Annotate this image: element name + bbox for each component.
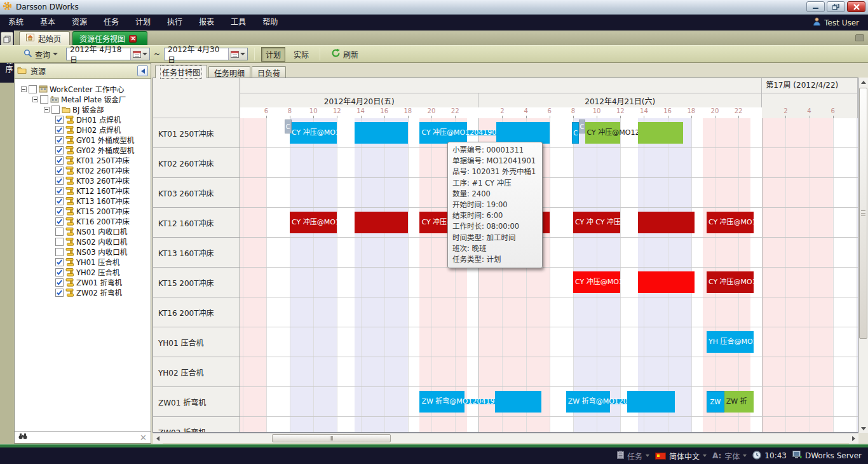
tab-close-icon[interactable] [129, 35, 137, 43]
tree-checkbox[interactable] [55, 217, 64, 226]
tree-item-GY02[interactable]: GY02 外桶成型机 [15, 145, 151, 155]
calendar-icon[interactable] [130, 48, 149, 60]
task-bar[interactable] [638, 212, 695, 233]
task-bar[interactable]: CY 冲压@MO12041901 [419, 122, 466, 144]
v-scroll-thumb[interactable] [859, 88, 867, 339]
actual-toggle-button[interactable]: 实际 [289, 47, 313, 62]
status-font-menu[interactable]: A: 字体 [712, 451, 747, 461]
status-server[interactable]: DWorks Server [792, 451, 862, 461]
task-bar[interactable]: CY 冲压@MO12041904 [290, 212, 337, 233]
tree-checkbox[interactable] [55, 197, 64, 205]
menu-item-报表[interactable]: 报表 [191, 15, 222, 31]
tree-checkbox[interactable] [55, 248, 64, 256]
plan-toggle-button[interactable]: 计划 [261, 47, 285, 62]
tree-checkbox[interactable] [55, 136, 64, 144]
task-bar[interactable]: ZW 折弯@MO12041901 [566, 391, 610, 413]
user-indicator[interactable]: Test User [813, 15, 859, 31]
gantt-tab-3[interactable]: 日负荷 [252, 66, 286, 78]
menu-item-任务[interactable]: 任务 [95, 15, 127, 31]
gantt-tab-1[interactable]: 任务甘特图 [155, 65, 207, 78]
tree-checkbox[interactable] [55, 167, 64, 175]
tree-expander-icon[interactable] [32, 97, 38, 102]
task-bar[interactable]: YH 压合@MO1 [707, 331, 754, 353]
tree-expander-icon[interactable] [44, 107, 50, 113]
tree-checkbox[interactable] [55, 126, 64, 134]
menu-item-帮助[interactable]: 帮助 [254, 15, 286, 31]
tab-start-page[interactable]: 起始页 [19, 31, 70, 45]
tree-item-KT16[interactable]: KT16 200T冲床 [15, 216, 151, 226]
tree-item-KT01[interactable]: KT01 250T冲床 [15, 155, 151, 165]
tree-checkbox[interactable] [40, 95, 48, 104]
tree-checkbox[interactable] [55, 146, 64, 154]
scroll-down-button[interactable] [858, 424, 868, 433]
tree-item-KT15[interactable]: KT15 200T冲床 [15, 206, 151, 216]
clear-search-icon[interactable]: ✕ [140, 433, 147, 442]
task-bar[interactable] [355, 212, 408, 233]
tree-item-YH01[interactable]: YH01 压合机 [15, 257, 151, 267]
task-bar[interactable]: ZW 折弯@MO12041901 [419, 391, 465, 413]
tree-item-NS03[interactable]: NS03 内收口机 [15, 247, 151, 257]
tree-expander-icon[interactable] [21, 86, 27, 92]
menu-item-系统[interactable]: 系统 [0, 15, 32, 31]
scroll-left-button[interactable] [153, 433, 163, 444]
task-bar[interactable] [496, 122, 550, 144]
tree-item-WorkCenter[interactable]: WorkCenter 工作中心 [15, 84, 151, 94]
dock-layout-icon[interactable] [855, 34, 864, 41]
tree-checkbox[interactable] [55, 116, 64, 124]
tree-item-GY01[interactable]: GY01 外桶成型机 [15, 135, 151, 145]
tree-checkbox[interactable] [55, 207, 64, 215]
h-scroll-thumb[interactable] [272, 434, 391, 442]
tree-item-NS02[interactable]: NS02 内收口机 [15, 236, 151, 247]
task-bar[interactable]: CY 冲压@MO12041903 [573, 271, 620, 293]
task-bar[interactable]: CY 冲压@MO1 [707, 271, 754, 293]
task-chip[interactable]: C [285, 119, 292, 133]
task-chip[interactable]: ZW [707, 391, 724, 413]
tree-checkbox[interactable] [55, 177, 64, 185]
task-bar[interactable]: CY 冲 CY 冲压@MO12041904 [573, 212, 620, 233]
calendar-icon[interactable] [228, 48, 247, 60]
menu-item-基本[interactable]: 基本 [32, 15, 64, 31]
gantt-tab-2[interactable]: 任务明细 [208, 66, 250, 78]
status-task-menu[interactable]: 任务 [617, 451, 649, 461]
task-bar[interactable] [355, 122, 408, 144]
tree-checkbox[interactable] [55, 156, 64, 165]
vertical-scrollbar[interactable] [858, 78, 868, 433]
tree-item-NS01[interactable]: NS01 内收口机 [15, 226, 151, 236]
minimize-button[interactable] [806, 1, 825, 12]
tree-item-YH02[interactable]: YH02 压合机 [15, 267, 151, 277]
tree-item-KT12[interactable]: KT12 160T冲床 [15, 186, 151, 196]
task-bar[interactable] [638, 122, 683, 144]
scroll-up-button[interactable] [858, 78, 868, 87]
tree-checkbox[interactable] [29, 85, 37, 93]
tree-item-DH02[interactable]: DH02 点焊机 [15, 125, 151, 135]
tree-item-DH01[interactable]: DH01 点焊机 [15, 114, 151, 125]
tree-checkbox[interactable] [55, 278, 64, 287]
tree-checkbox[interactable] [55, 268, 64, 276]
task-bar[interactable] [638, 271, 695, 293]
menu-item-执行[interactable]: 执行 [159, 15, 191, 31]
tree-item-ZW02[interactable]: ZW02 折弯机 [15, 287, 151, 297]
task-bar[interactable]: ZW 折 [724, 391, 754, 413]
tree-search-bar[interactable]: ✕ [15, 431, 151, 443]
menu-item-工具[interactable]: 工具 [222, 15, 254, 31]
tree-checkbox[interactable] [55, 187, 64, 195]
tree-checkbox[interactable] [55, 228, 64, 236]
tree-item-Metal[interactable]: Metal Plate 钣金厂 [15, 94, 151, 104]
task-bar[interactable] [495, 391, 541, 413]
close-button[interactable] [847, 1, 865, 12]
task-bar[interactable]: CY 冲压@MO1 [707, 212, 754, 233]
status-language-menu[interactable]: 简体中文 [655, 451, 707, 461]
restore-button[interactable] [827, 1, 845, 12]
refresh-button[interactable]: 刷新 [327, 46, 363, 62]
task-chip[interactable]: C [579, 119, 585, 133]
horizontal-scrollbar[interactable] [153, 433, 858, 443]
query-button[interactable]: 查询 [19, 47, 62, 62]
collapse-panel-button[interactable] [137, 65, 148, 76]
tree-item-ZW01[interactable]: ZW01 折弯机 [15, 277, 151, 287]
tree-item-KT02[interactable]: KT02 260T冲床 [15, 165, 151, 175]
tree-item-BJ[interactable]: BJ 钣金部 [15, 104, 151, 114]
date-to-field[interactable]: 2012年 4月30日 [164, 48, 248, 60]
scroll-right-button[interactable] [849, 433, 858, 444]
task-bar[interactable]: CY 冲压@MO12041901 [290, 122, 337, 144]
tree-checkbox[interactable] [55, 289, 64, 297]
